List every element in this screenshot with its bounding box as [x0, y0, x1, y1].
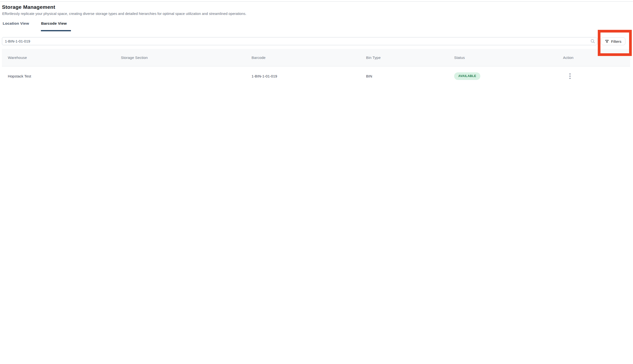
tab-barcode-view[interactable]: Barcode View — [41, 21, 67, 26]
table-header-row: Warehouse Storage Section Barcode Bin Ty… — [2, 49, 630, 66]
column-header-warehouse: Warehouse — [8, 56, 121, 60]
cell-status: AVAILABLE — [454, 72, 563, 80]
search-bar — [2, 37, 597, 45]
filter-funnel-icon — [605, 39, 609, 44]
barcode-table: Warehouse Storage Section Barcode Bin Ty… — [2, 49, 630, 86]
table-row: Hopstack Test 1-BIN-1-01-019 BIN AVAILAB… — [2, 66, 630, 86]
column-header-action: Action — [563, 56, 630, 60]
row-kebab-menu-icon[interactable] — [566, 72, 573, 80]
search-input[interactable] — [2, 37, 597, 45]
filters-button-label: Filters — [611, 39, 621, 44]
column-header-status: Status — [454, 56, 563, 60]
column-header-barcode: Barcode — [251, 56, 366, 60]
top-divider — [0, 1, 633, 2]
active-tab-underline — [41, 30, 71, 31]
cell-warehouse: Hopstack Test — [8, 74, 121, 78]
cell-action — [563, 72, 630, 80]
tab-location-view[interactable]: Location View — [3, 21, 29, 26]
kebab-dot — [569, 78, 571, 79]
cell-bin-type: BIN — [366, 74, 454, 78]
page-subtitle: Effortlessly replicate your physical spa… — [2, 12, 246, 16]
column-header-storage-section: Storage Section — [121, 56, 251, 60]
filters-button[interactable]: Filters — [601, 38, 625, 45]
status-badge: AVAILABLE — [454, 72, 480, 80]
kebab-dot — [569, 76, 571, 77]
kebab-dot — [569, 73, 571, 74]
storage-management-page: Storage Management Effortlessly replicat… — [0, 0, 633, 364]
cell-barcode: 1-BIN-1-01-019 — [251, 74, 366, 78]
page-title: Storage Management — [2, 4, 55, 10]
column-header-bin-type: Bin Type — [366, 56, 454, 60]
